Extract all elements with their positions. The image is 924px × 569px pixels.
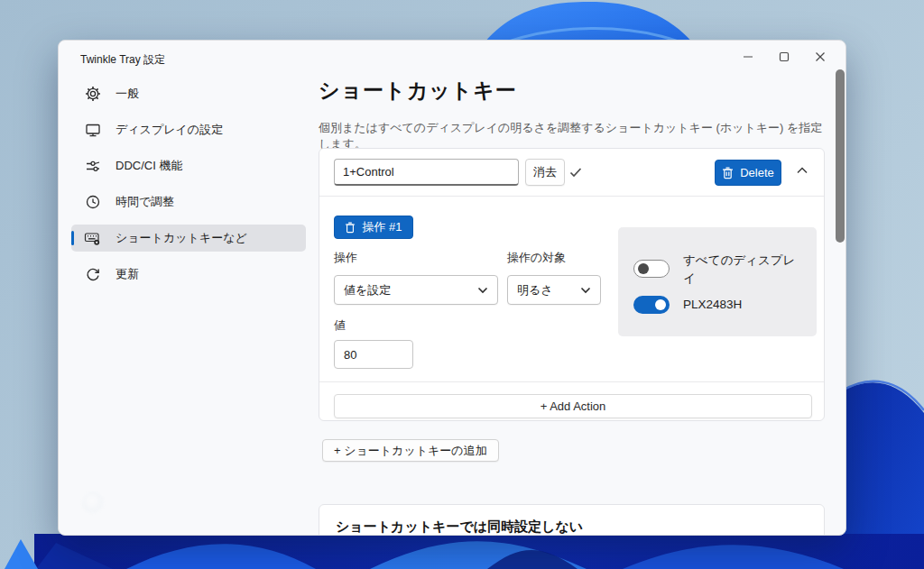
hotkey-input[interactable] [334,159,519,186]
add-shortcut-button[interactable]: + ショートカットキーの追加 [322,439,499,462]
action-1-button[interactable]: 操作 #1 [334,216,413,239]
sidebar-item-label: ショートカットキーなど [116,230,247,246]
action-badge-label: 操作 #1 [362,219,402,235]
monitor-row-all-displays: すべてのディスプレイ [633,252,802,288]
check-icon [568,165,583,183]
chevron-down-icon [580,287,591,294]
target-label: 操作の対象 [507,250,566,266]
clear-hotkey-button[interactable]: 消去 [525,159,565,186]
app-logo-watermark [82,491,104,515]
toggle-knob [655,299,666,310]
sliders-icon [84,158,101,175]
window-controls [730,44,838,69]
sidebar-item-shortcut-keys[interactable]: ショートカットキーなど [71,225,306,252]
add-action-button[interactable]: + Add Action [334,394,812,418]
all-displays-toggle[interactable] [633,260,670,278]
plx2483h-toggle[interactable] [633,296,670,314]
maximize-button[interactable] [766,44,802,69]
chevron-up-icon [795,164,809,177]
sidebar-item-label: ディスプレイの設定 [116,122,223,138]
desktop: Twinkle Tray 設定 一般 [0,0,924,569]
value-label: 値 [334,317,346,334]
minimize-button[interactable] [730,44,766,69]
target-select-value: 明るさ [517,282,553,298]
target-select[interactable]: 明るさ [507,275,601,305]
action-label: 操作 [334,250,357,266]
close-button[interactable] [802,44,838,69]
monitor-target-panel: すべてのディスプレイ PLX2483H [618,227,817,336]
sidebar-item-update[interactable]: 更新 [71,261,306,288]
sidebar-item-label: DDC/CI 機能 [116,158,182,174]
sidebar-item-time-adjust[interactable]: 時間で調整 [71,188,306,216]
minimize-icon [743,51,753,62]
monitor-row-plx2483h: PLX2483H [633,296,802,314]
collapse-shortcut-button[interactable] [795,164,809,180]
divider [319,381,824,382]
plx2483h-label: PLX2483H [683,296,802,314]
trash-icon [345,222,356,234]
next-section-card: ショートカットキーでは同時設定しない [319,504,825,536]
chevron-down-icon [477,287,488,294]
sidebar-item-label: 更新 [116,266,139,282]
refresh-icon [84,266,101,283]
action-select-value: 値を設定 [344,282,391,298]
twinkle-tray-settings-window: Twinkle Tray 設定 一般 [58,40,846,536]
clock-icon [84,194,101,211]
divider [319,196,824,197]
scrollbar-thumb[interactable] [836,69,845,243]
window-title: Twinkle Tray 設定 [80,52,165,68]
toggle-knob [638,263,649,274]
hotkey-card: 消去 Delete 操作 #1 [319,148,825,421]
gear-icon [84,86,101,103]
action-select[interactable]: 値を設定 [334,275,498,305]
sidebar-item-label: 一般 [116,86,139,102]
keyboard-gear-icon [84,230,101,247]
all-displays-label: すべてのディスプレイ [683,252,802,288]
sidebar-item-display-settings[interactable]: ディスプレイの設定 [71,116,306,143]
sidebar-item-general[interactable]: 一般 [71,80,306,107]
sidebar-item-label: 時間で調整 [116,194,174,210]
sidebar-item-ddcci[interactable]: DDC/CI 機能 [71,152,306,179]
page-title: ショートカットキー [319,77,517,105]
delete-shortcut-button[interactable]: Delete [715,160,781,186]
delete-button-label: Delete [740,166,774,179]
value-input[interactable] [334,340,413,369]
monitor-icon [84,122,101,139]
close-icon [815,51,826,62]
trash-icon [722,167,734,179]
next-section-title: ショートカットキーでは同時設定しない [336,519,583,536]
maximize-icon [779,51,790,62]
